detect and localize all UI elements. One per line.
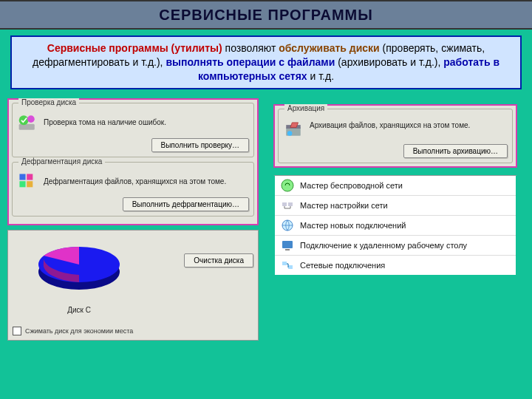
svg-rect-13 [282,202,287,206]
list-item-label: Мастер новых подключений [300,221,406,230]
run-archive-button[interactable]: Выполнить архивацию… [403,144,508,158]
svg-rect-16 [282,241,293,248]
pie-chart: Диск C [27,235,131,287]
disk-chart-panel: Диск C Очистка диска Сжимать диск для эк… [7,230,259,341]
svg-rect-5 [19,181,25,187]
svg-rect-6 [27,181,33,187]
defrag-group: Дефрагментация диска Дефрагментация файл… [12,162,254,216]
run-defrag-button[interactable]: Выполнить дефрагментацию… [123,197,249,211]
svg-rect-19 [288,265,293,269]
disk-cleanup-button[interactable]: Очистка диска [184,253,253,267]
list-item[interactable]: Сетевые подключения [275,256,516,275]
compress-disk-label: Сжимать диск для экономии места [25,327,133,335]
chart-label: Диск C [27,306,131,314]
intro-panel: Сервисные программы (утилиты) позволяют … [10,35,522,89]
svg-rect-0 [19,123,35,129]
list-item-label: Подключение к удаленному рабочему столу [300,241,467,250]
new-connection-icon [281,219,294,232]
network-connections-icon [281,259,294,272]
list-item[interactable]: Подключение к удаленному рабочему столу [275,236,516,256]
svg-point-12 [282,180,293,191]
svg-rect-3 [19,174,25,180]
check-group-title: Проверка диска [18,98,79,106]
defrag-icon [17,171,38,192]
svg-rect-14 [288,202,293,206]
list-item[interactable]: Мастер беспроводной сети [275,176,516,196]
archive-frame: Архивация Архивация файлов, хранящихся н… [273,104,517,168]
list-item-label: Мастер беспроводной сети [300,181,403,190]
check-desc: Проверка тома на наличие ошибок. [44,118,166,126]
svg-rect-4 [27,174,33,180]
check-disk-group: Проверка диска Проверка тома на наличие … [12,103,254,157]
wireless-icon [281,179,294,192]
network-wizards-list: Мастер беспроводной сети Мастер настройк… [273,175,517,276]
remote-desktop-icon [281,239,294,252]
archive-desc: Архивация файлов, хранящихся на этом том… [310,121,470,129]
list-item-label: Мастер настройки сети [300,201,388,210]
run-check-button[interactable]: Выполнить проверку… [151,138,249,152]
page-title: СЕРВИСНЫЕ ПРОГРАММЫ [159,7,373,24]
svg-rect-17 [285,249,290,250]
list-item[interactable]: Мастер настройки сети [275,196,516,216]
intro-lead: Сервисные программы (утилиты) [47,42,222,54]
title-bar: СЕРВИСНЫЕ ПРОГРАММЫ [0,0,532,30]
svg-point-1 [19,115,29,125]
defrag-desc: Дефрагментация файлов, хранящихся на это… [44,177,226,185]
svg-point-11 [287,131,293,136]
list-item[interactable]: Мастер новых подключений [275,216,516,236]
network-setup-icon [281,199,294,212]
disk-tools-frame: Проверка диска Проверка тома на наличие … [7,98,259,225]
archive-group: Архивация Архивация файлов, хранящихся н… [278,109,513,163]
svg-rect-18 [282,262,287,265]
svg-point-2 [27,115,35,123]
archive-group-title: Архивация [284,104,327,112]
defrag-group-title: Дефрагментация диска [18,157,105,166]
check-disk-icon [17,112,38,133]
archive-icon [283,118,304,139]
list-item-label: Сетевые подключения [300,261,385,270]
compress-disk-checkbox[interactable] [13,327,21,335]
